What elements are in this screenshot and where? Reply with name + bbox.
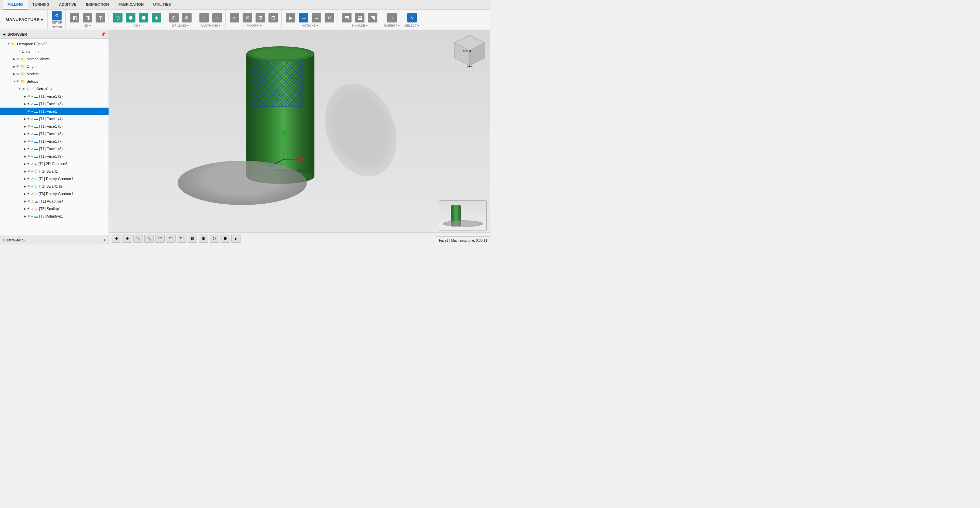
- actions-btn-1[interactable]: ▶: [285, 12, 297, 23]
- swarf1-2-expand[interactable]: ▶: [23, 184, 27, 188]
- face1-9-eye[interactable]: 👁: [27, 154, 30, 158]
- vp-tool-zoom-fit[interactable]: 🔍: [134, 234, 143, 243]
- named-views-eye-icon[interactable]: 👁: [16, 57, 20, 61]
- tree-setups[interactable]: ▼ 👁 📁 Setups: [0, 78, 108, 85]
- adaptive1-expand[interactable]: ▶: [23, 214, 27, 218]
- 2dcontour2-eye[interactable]: 👁: [27, 162, 30, 166]
- root-expand-icon[interactable]: ▼: [7, 42, 11, 46]
- multiaxis-btn-2[interactable]: ↕: [211, 12, 223, 23]
- models-expand[interactable]: ▶: [12, 72, 16, 76]
- tree-named-views[interactable]: ▶ 👁 📁 Named Views: [0, 55, 108, 63]
- mini-preview[interactable]: [439, 200, 487, 231]
- manage-btn-3[interactable]: ⬔: [366, 12, 379, 23]
- tree-op-face1-3[interactable]: ▶ 👁 ✔ ▬ [T1] Face1 (3): [0, 100, 108, 108]
- 3d-btn-2[interactable]: ⬢: [124, 12, 137, 23]
- face1-9-expand[interactable]: ▶: [23, 154, 27, 158]
- tree-op-face1-6[interactable]: ▶ 👁 ✔ ▬ [T1] Face1 (6): [0, 130, 108, 137]
- tab-milling[interactable]: MILLING: [3, 0, 27, 10]
- browser-collapse-btn[interactable]: ◀: [3, 32, 5, 36]
- tree-op-2dcontour2[interactable]: ▶ 👁 ✔ ◈ [T1] 2D Contour2: [0, 160, 108, 167]
- actions-btn-3[interactable]: ≡: [310, 12, 323, 23]
- origin-expand[interactable]: ▶: [12, 64, 16, 68]
- rotary1-t3-expand[interactable]: ▶: [23, 192, 27, 196]
- tree-op-face1-9[interactable]: ▶ 👁 ✔ ▬ [T1] Face1 (9): [0, 153, 108, 160]
- vp-tool-zoom-out[interactable]: 🔍: [144, 234, 154, 243]
- vp-tool-display-4[interactable]: ▤: [188, 234, 197, 243]
- 2dcontour2-expand[interactable]: ▶: [23, 162, 27, 166]
- setup-button[interactable]: ⚙ SETUP: [50, 10, 63, 25]
- face1-3-eye[interactable]: 👁: [27, 102, 30, 105]
- named-views-expand[interactable]: ▶: [12, 57, 16, 61]
- 2d-btn-1[interactable]: ◧: [68, 12, 81, 23]
- tree-op-face1-7[interactable]: ▶ 👁 ✔ ▬ [T1] Face1 (7): [0, 137, 108, 145]
- adaptive4-expand[interactable]: ▶: [23, 199, 27, 203]
- tree-op-rotary1[interactable]: ▶ 👁 ✔ ⟳ [T1] Rotary Contour1: [0, 175, 108, 183]
- vp-tool-display-5[interactable]: ▣: [199, 234, 208, 243]
- vp-tool-display-2[interactable]: ⬚: [166, 234, 176, 243]
- app-dropdown-arrow[interactable]: ▾: [41, 17, 43, 22]
- inspect-btn-1[interactable]: ↔: [386, 12, 398, 23]
- viewport[interactable]: RIGHT: [109, 30, 490, 244]
- modify-btn-3[interactable]: ⊞: [254, 12, 266, 23]
- face1-eye[interactable]: 👁: [27, 110, 30, 113]
- swarf1-2-eye[interactable]: 👁: [27, 185, 30, 188]
- scallop1-eye[interactable]: 👁: [27, 207, 30, 210]
- face1-6-eye[interactable]: 👁: [27, 132, 30, 135]
- actions-btn-2[interactable]: G1: [298, 12, 310, 23]
- swarf1-expand[interactable]: ▶: [23, 169, 27, 173]
- face1-5-eye[interactable]: 👁: [27, 124, 30, 128]
- modify-btn-4[interactable]: ⊟: [267, 12, 279, 23]
- drilling-btn-1[interactable]: ⊕: [168, 12, 180, 23]
- tree-op-adaptive4[interactable]: ▶ 👁 ⚠ ▬ [T1] Adaptive4: [0, 197, 108, 205]
- face1-expand[interactable]: ▶: [23, 109, 27, 113]
- setups-eye-icon[interactable]: 👁: [16, 80, 20, 83]
- actions-btn-4[interactable]: ⧉: [323, 12, 336, 23]
- vp-tool-1[interactable]: ⊕: [111, 234, 121, 243]
- comments-expand-btn[interactable]: +: [104, 238, 106, 242]
- face1-3-expand[interactable]: ▶: [23, 102, 27, 106]
- 2d-btn-2[interactable]: ◨: [81, 12, 94, 23]
- tab-utilities[interactable]: UTILITIES: [148, 0, 176, 10]
- setup1-eye-icon[interactable]: 👁: [22, 87, 25, 91]
- tab-inspection[interactable]: INSPECTION: [81, 0, 114, 10]
- tree-op-rotary1-t3[interactable]: ▶ 👁 ✔ ⟳ [T3] Rotary Contour1...: [0, 190, 108, 197]
- tree-op-face1-4[interactable]: ▶ 👁 ✔ ▬ [T1] Face1 (4): [0, 115, 108, 123]
- rotary1-expand[interactable]: ▶: [23, 177, 27, 181]
- face1-4-eye[interactable]: 👁: [27, 117, 30, 121]
- tree-models[interactable]: ▶ 👁 📁 Models: [0, 70, 108, 78]
- vp-tool-display-6[interactable]: ⬡: [210, 234, 219, 243]
- tree-root[interactable]: ▼ 📁 OctogoonTOp v35: [0, 40, 108, 48]
- face1-7-eye[interactable]: 👁: [27, 140, 30, 143]
- drilling-btn-2[interactable]: ⊗: [181, 12, 193, 23]
- vp-tool-display-8[interactable]: ►: [231, 234, 241, 243]
- face1-2-eye[interactable]: 👁: [27, 95, 30, 98]
- manage-btn-1[interactable]: ⬒: [340, 12, 353, 23]
- modify-btn-1[interactable]: ✂: [228, 12, 240, 23]
- multiaxis-btn-1[interactable]: ↔: [198, 12, 210, 23]
- scallop1-expand[interactable]: ▶: [23, 207, 27, 211]
- rotary1-eye[interactable]: 👁: [27, 177, 30, 180]
- tab-turning[interactable]: TURNING: [27, 0, 54, 10]
- manage-btn-2[interactable]: ⬓: [353, 12, 366, 23]
- tree-origin[interactable]: ▶ 👁 📁 Origin: [0, 63, 108, 70]
- tree-op-swarf1-2[interactable]: ▶ 👁 ✔ ⬡ [T1] Swarf1 (2): [0, 183, 108, 190]
- adaptive1-eye[interactable]: 👁: [27, 215, 30, 218]
- tree-op-face1-8[interactable]: ▶ 👁 ✔ ▬ [T1] Face1 (8): [0, 145, 108, 153]
- face1-6-expand[interactable]: ▶: [23, 132, 27, 136]
- tree-op-face1-2[interactable]: ▶ 👁 ✔ ▬ [T1] Face1 (2): [0, 92, 108, 100]
- tab-fabrication[interactable]: FABRICATION: [114, 0, 148, 10]
- face1-5-expand[interactable]: ▶: [23, 124, 27, 128]
- origin-eye-icon[interactable]: 👁: [16, 65, 20, 68]
- tree-setup1[interactable]: ▼ 👁 ▲ 📄 Setup1 ●: [0, 85, 108, 92]
- tree-op-adaptive1[interactable]: ▶ 👁 ✔ ▬ [T5] Adaptive1: [0, 212, 108, 220]
- select-btn-1[interactable]: ↖: [406, 12, 418, 23]
- rotary1-t3-eye[interactable]: 👁: [27, 192, 30, 196]
- face1-7-expand[interactable]: ▶: [23, 139, 27, 143]
- face1-8-eye[interactable]: 👁: [27, 147, 30, 150]
- tree-op-face1[interactable]: ▶ 👁 ✔ ▬ [T1] Face1: [0, 108, 108, 115]
- adaptive4-eye[interactable]: 👁: [27, 199, 30, 203]
- setup1-expand[interactable]: ▼: [18, 87, 22, 91]
- 3d-btn-4[interactable]: ◈: [150, 12, 163, 23]
- face1-8-expand[interactable]: ▶: [23, 147, 27, 151]
- vp-tool-2[interactable]: ⊕: [123, 234, 132, 243]
